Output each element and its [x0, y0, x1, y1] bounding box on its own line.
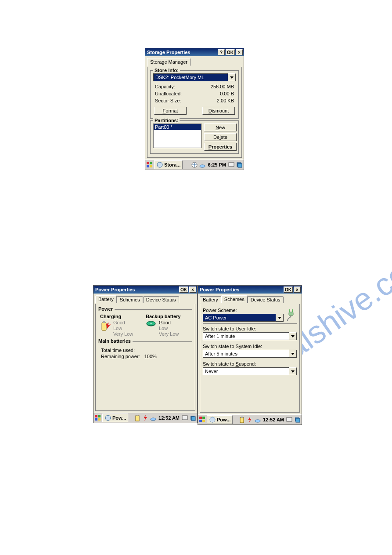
tab-device-status[interactable]: Device Status [143, 296, 179, 303]
store-info-legend: Store Info: [153, 68, 180, 73]
svg-rect-17 [98, 415, 101, 417]
tab-schemes[interactable]: Schemes [117, 296, 143, 303]
ok-button[interactable]: OK [179, 287, 188, 293]
dropdown-arrow-icon[interactable] [289, 332, 297, 340]
taskbar-task-label: Pow... [217, 417, 230, 422]
battery-tray-icon[interactable] [238, 416, 245, 423]
sector-size-label: Sector Size: [155, 98, 181, 103]
tab-device-status[interactable]: Device Status [248, 296, 284, 303]
bolt-icon[interactable] [246, 416, 253, 423]
help-button[interactable]: ? [218, 49, 225, 55]
start-icon[interactable] [146, 161, 153, 168]
tab-label: Storage Manager [150, 59, 187, 65]
connection-icon[interactable] [199, 161, 206, 168]
dropdown-arrow-icon[interactable] [228, 73, 236, 81]
svg-point-23 [151, 418, 156, 421]
user-idle-dropdown[interactable]: After 1 minute [203, 332, 297, 340]
start-icon[interactable] [199, 416, 206, 423]
status-low: Low [159, 326, 179, 331]
svg-marker-29 [291, 335, 295, 337]
connection-icon[interactable] [254, 416, 261, 423]
system-idle-dropdown[interactable]: After 5 minutes [203, 350, 297, 358]
power1-tabs: Battery Schemes Device Status [94, 294, 197, 303]
power-properties-battery-window: Power Properties OK × Battery Schemes De… [93, 285, 198, 423]
capacity-label: Capacity: [155, 84, 175, 89]
status-good: Good [159, 320, 179, 326]
tab-battery[interactable]: Battery [200, 296, 221, 303]
charging-label: Charging [100, 314, 146, 319]
partitions-listbox[interactable]: Part00 * [153, 123, 201, 148]
start-icon[interactable] [94, 414, 101, 421]
battery-tray-icon[interactable] [134, 414, 141, 421]
store-dropdown[interactable]: DSK2: PocketMory ML [153, 73, 236, 81]
storage-title: Storage Properties [147, 50, 217, 55]
power1-title: Power Properties [95, 287, 178, 292]
ok-button[interactable]: OK [284, 287, 293, 293]
svg-rect-4 [150, 165, 152, 167]
network-icon[interactable] [191, 161, 198, 168]
svg-rect-16 [95, 415, 97, 417]
format-button[interactable]: FFormatormat [154, 107, 187, 115]
svg-rect-19 [98, 418, 101, 421]
svg-rect-35 [202, 420, 205, 422]
power-icon [104, 414, 111, 421]
tab-storage-manager[interactable]: Storage Manager [147, 58, 191, 66]
power-scheme-label: Power Scheme: [203, 308, 284, 313]
suspend-dropdown[interactable]: Never [203, 367, 297, 375]
dismount-button[interactable]: DismountDismount [202, 107, 235, 115]
ok-button[interactable]: OK [226, 49, 235, 55]
desktop-icon[interactable] [286, 416, 293, 423]
dropdown-arrow-icon[interactable] [289, 367, 297, 375]
power1-taskbar: Pow... 12:52 AM [94, 413, 197, 423]
svg-rect-3 [147, 165, 149, 167]
dropdown-arrow-icon[interactable] [276, 314, 284, 322]
svg-point-5 [157, 162, 162, 167]
storage-titlebar: Storage Properties ? OK × [145, 48, 244, 56]
partition-item[interactable]: Part00 * [154, 124, 201, 130]
taskbar-task-label: Pow... [112, 415, 126, 421]
taskbar-task[interactable]: Stora... [154, 160, 183, 169]
svg-point-36 [210, 417, 215, 422]
power2-title: Power Properties [200, 287, 283, 292]
status-good: Good [113, 320, 133, 326]
unallocated-value: 0.00 B [220, 91, 234, 96]
tab-battery[interactable]: Battery [95, 295, 117, 303]
power2-tabs: Battery Schemes Device Status [198, 294, 302, 303]
svg-rect-40 [287, 417, 292, 421]
close-button[interactable]: × [236, 49, 243, 55]
new-button[interactable]: NewNew [204, 123, 237, 131]
power2-titlebar: Power Properties OK × [198, 286, 302, 294]
bolt-icon[interactable] [142, 414, 149, 421]
system-idle-value: After 5 minutes [203, 350, 289, 358]
svg-marker-30 [291, 353, 295, 355]
taskbar-task[interactable]: Pow... [102, 414, 128, 422]
desktop-icon[interactable] [181, 414, 188, 421]
system-idle-label: Switch state to System Idle:Switch state… [203, 344, 297, 349]
close-button[interactable]: × [294, 287, 301, 293]
connection-icon[interactable] [150, 414, 157, 421]
properties-button[interactable]: PropertiesProperties [204, 143, 237, 151]
windows-icon[interactable] [189, 414, 196, 421]
partitions-group: Partitions: Part00 * NewNew DeleteDelete… [150, 120, 239, 154]
power-properties-schemes-window: Power Properties OK × Battery Schemes De… [198, 285, 302, 425]
desktop-icon[interactable] [228, 161, 235, 168]
delete-button[interactable]: DeleteDelete [204, 133, 237, 141]
taskbar-task[interactable]: Pow... [207, 415, 233, 424]
svg-rect-37 [240, 417, 244, 423]
svg-rect-1 [147, 162, 149, 164]
dropdown-arrow-icon[interactable] [289, 350, 297, 358]
status-low: Low [113, 326, 133, 331]
main-batteries-legend: Main batteries [98, 338, 133, 344]
store-dropdown-value: DSK2: PocketMory ML [153, 73, 228, 81]
windows-icon[interactable] [236, 161, 243, 168]
power-scheme-dropdown[interactable]: AC Power [203, 314, 284, 322]
unallocated-label: Unallocated: [155, 91, 182, 96]
svg-rect-32 [199, 417, 202, 419]
svg-rect-33 [202, 417, 205, 419]
total-time-label: Total time used: [101, 348, 190, 353]
store-info-group: Store Info: DSK2: PocketMory ML Capacity… [150, 70, 239, 119]
close-button[interactable]: × [189, 287, 196, 293]
windows-icon[interactable] [294, 416, 301, 423]
svg-rect-22 [137, 415, 138, 416]
tab-schemes[interactable]: Schemes [221, 295, 248, 303]
